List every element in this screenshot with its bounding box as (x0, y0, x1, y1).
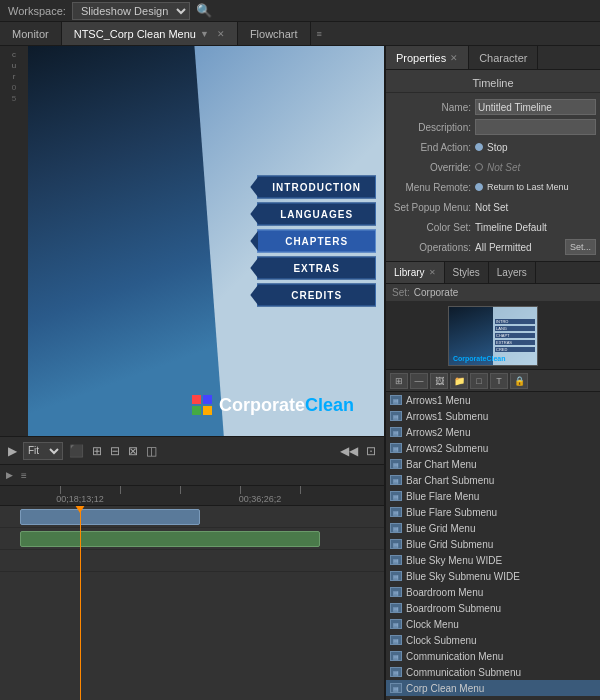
library-list-item[interactable]: ▤Clock Menu (386, 616, 600, 632)
library-list-item[interactable]: ▤Bar Chart Submenu (386, 472, 600, 488)
lib-item-icon: ▤ (390, 491, 402, 501)
timeline-track-area (0, 506, 384, 700)
lib-tool-image[interactable]: 🖼 (430, 373, 448, 389)
tab-flowchart[interactable]: Flowchart (238, 22, 311, 45)
prop-end-action-radio[interactable] (475, 143, 483, 151)
lib-item-icon: ▤ (390, 683, 402, 693)
library-list-item[interactable]: ▤Blue Grid Menu (386, 520, 600, 536)
library-list-item[interactable]: ▤Blue Sky Submenu WIDE (386, 568, 600, 584)
prop-set-button[interactable]: Set... (565, 239, 596, 255)
panel-menu-icon[interactable]: ≡ (311, 29, 328, 39)
menu-btn-chapters[interactable]: CHAPTERS (257, 230, 376, 253)
lib-item-label: Arrows2 Submenu (406, 443, 488, 454)
library-list-item[interactable]: ▤Blue Flare Menu (386, 488, 600, 504)
library-list-item[interactable]: ▤Blue Grid Submenu (386, 536, 600, 552)
menu-btn-extras[interactable]: EXTRAS (257, 257, 376, 280)
library-list-item[interactable]: ▤Blue Sky Menu WIDE (386, 552, 600, 568)
prop-set-popup-row: Set Popup Menu: Not Set (386, 197, 600, 217)
prop-description-label: Description: (390, 122, 475, 133)
library-list-item[interactable]: ▤Bar Chart Menu (386, 456, 600, 472)
lib-tool-blank[interactable]: □ (470, 373, 488, 389)
library-list-item[interactable]: ▤Boardroom Submenu (386, 600, 600, 616)
lib-item-label: Arrows1 Submenu (406, 411, 488, 422)
left-panel: c u r 0 5 INTRODUCTION LANGUAGES (0, 46, 385, 700)
lib-item-label: Blue Sky Submenu WIDE (406, 571, 520, 582)
timeline-expand-icon[interactable]: ▶ (6, 470, 13, 480)
library-list-item[interactable]: ▤Blue Flare Submenu (386, 504, 600, 520)
prop-menu-remote-radio[interactable] (475, 183, 483, 191)
track-clip-1[interactable] (20, 509, 200, 525)
ruler-tick (60, 486, 61, 494)
prop-description-input[interactable] (475, 119, 596, 135)
lib-tool-folder[interactable]: 📁 (450, 373, 468, 389)
library-set-row: Set: Corporate (386, 284, 600, 302)
fit-select[interactable]: Fit (23, 442, 63, 460)
lib-item-label: Clock Submenu (406, 635, 477, 646)
rewind-button[interactable]: ◀◀ (338, 444, 360, 458)
tab-layers[interactable]: Layers (489, 262, 536, 283)
layout-button[interactable]: ⊠ (126, 444, 140, 458)
workspace-select[interactable]: Slideshow Design (72, 2, 190, 20)
track-clip-2[interactable] (20, 531, 320, 547)
lib-tool-text[interactable]: T (490, 373, 508, 389)
lib-item-icon: ▤ (390, 443, 402, 453)
tab-library[interactable]: Library ✕ (386, 262, 445, 283)
lib-item-label: Blue Flare Menu (406, 491, 479, 502)
library-tab-close[interactable]: ✕ (429, 268, 436, 277)
play-button[interactable]: ▶ (6, 444, 19, 458)
preview-canvas: INTRODUCTION LANGUAGES CHAPTERS EXTRAS C (28, 46, 384, 436)
lib-tool-lock[interactable]: 🔒 (510, 373, 528, 389)
frame-back-button[interactable]: ⬛ (67, 444, 86, 458)
library-preview: INTRO LANG CHAPT EXTRAS CRED CorporateCl… (386, 302, 600, 370)
tab-monitor[interactable]: Monitor (0, 22, 62, 45)
lib-item-icon: ▤ (390, 635, 402, 645)
tab-styles[interactable]: Styles (445, 262, 489, 283)
lib-tool-remove[interactable]: — (410, 373, 428, 389)
tab-properties[interactable]: Properties ✕ (386, 46, 469, 69)
library-list-item[interactable]: ▤Clock Submenu (386, 632, 600, 648)
playhead[interactable] (80, 506, 81, 700)
prop-name-input[interactable] (475, 99, 596, 115)
tab-close-icon[interactable]: ✕ (217, 29, 225, 39)
library-list-item[interactable]: ▤Arrows1 Submenu (386, 408, 600, 424)
tab-character[interactable]: Character (469, 46, 538, 69)
tab-dropdown-arrow[interactable]: ▼ (196, 29, 213, 39)
library-list-item[interactable]: ▤Arrows1 Menu (386, 392, 600, 408)
prop-operations-value: All Permitted (475, 242, 563, 253)
lib-item-icon: ▤ (390, 523, 402, 533)
library-list-item[interactable]: ▤Boardroom Menu (386, 584, 600, 600)
search-icon[interactable]: 🔍 (196, 3, 212, 18)
lib-item-icon: ▤ (390, 667, 402, 677)
prop-color-set-value: Timeline Default (475, 222, 596, 233)
right-panel: Properties ✕ Character Timeline Name: De… (385, 46, 600, 700)
lib-item-icon: ▤ (390, 587, 402, 597)
library-list-item[interactable]: ▤Corp Clean Menu (386, 680, 600, 696)
timeline-panel: ▶ ≡ 00;18;13;12 00;36;26;2 (0, 464, 384, 700)
lib-item-label: Boardroom Submenu (406, 603, 501, 614)
lib-item-label: Bar Chart Submenu (406, 475, 494, 486)
library-list-item[interactable]: ▤Corp Clean Submenu (386, 696, 600, 700)
tab-ntsc-corp[interactable]: NTSC_Corp Clean Menu ▼ ✕ (62, 22, 238, 45)
timeline-panel-menu[interactable]: ≡ (21, 470, 27, 481)
lib-item-icon: ▤ (390, 507, 402, 517)
safe-zone-button[interactable]: ◫ (144, 444, 159, 458)
prop-operations-label: Operations: (390, 242, 475, 253)
dvd-bg-image (28, 46, 224, 436)
svg-rect-1 (203, 395, 212, 404)
menu-btn-credits[interactable]: CREDITS (257, 284, 376, 307)
library-list-item[interactable]: ▤Communication Menu (386, 648, 600, 664)
prop-override-radio[interactable] (475, 163, 483, 171)
toggle-button[interactable]: ⊞ (90, 444, 104, 458)
menu-btn-languages[interactable]: LANGUAGES (257, 203, 376, 226)
library-list-item[interactable]: ▤Communication Submenu (386, 664, 600, 680)
properties-tab-close[interactable]: ✕ (450, 53, 458, 63)
lib-tool-menu[interactable]: ⊞ (390, 373, 408, 389)
prop-menu-remote-row: Menu Remote: Return to Last Menu (386, 177, 600, 197)
fullscreen-button[interactable]: ⊡ (364, 444, 378, 458)
grid-button[interactable]: ⊟ (108, 444, 122, 458)
library-list-item[interactable]: ▤Arrows2 Menu (386, 424, 600, 440)
library-list-item[interactable]: ▤Arrows2 Submenu (386, 440, 600, 456)
svg-rect-2 (192, 406, 201, 415)
menu-btn-introduction[interactable]: INTRODUCTION (257, 176, 376, 199)
corporate-logo-icon (191, 394, 213, 416)
